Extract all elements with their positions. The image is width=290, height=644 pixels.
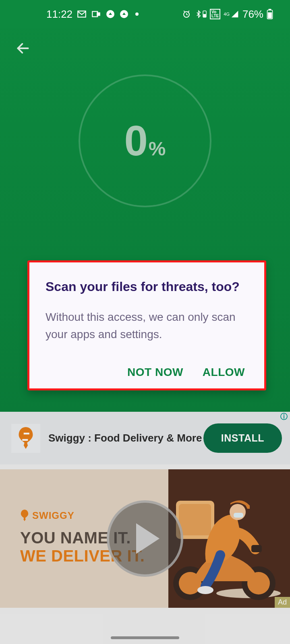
progress-circle: 0 % [79,74,211,207]
gmail-icon [77,9,87,19]
ad-video-banner[interactable]: SWIGGY YOU NAME IT. WE DELIVER IT. Ad [0,469,290,608]
notif-icon-2 [119,9,129,19]
progress-unit: % [149,138,166,160]
ad-info-icon[interactable]: ⓘ [280,412,288,421]
svg-point-28 [197,586,213,594]
back-button[interactable] [13,38,33,58]
bluetooth-icon [195,9,207,19]
dialog-body: Without this access, we can only scan yo… [46,308,248,343]
nav-handle[interactable] [111,636,179,639]
svg-rect-3 [97,12,100,16]
status-bar: 11:22 VoLTE 4G 76% [0,0,290,28]
arrow-left-icon [15,41,31,56]
svg-rect-16 [24,433,29,434]
dialog-actions: NOT NOW ALLOW [46,366,248,379]
more-notif-dot [135,12,139,16]
battery-icon [267,9,273,19]
svg-rect-12 [203,14,206,17]
video-play-button[interactable] [107,500,183,577]
not-now-button[interactable]: NOT NOW [127,366,183,379]
scan-progress-ring: 0 % [79,74,211,207]
outlook-icon [91,9,102,19]
svg-rect-24 [179,504,211,535]
svg-line-10 [188,11,189,12]
notif-icon-1 [106,9,115,19]
status-left: 11:22 [46,8,139,21]
svg-rect-27 [251,545,262,552]
status-right: VoLTE 4G 76% [182,8,273,21]
ad-install-strip[interactable]: Swiggy : Food Delivery & More INSTALL [0,412,290,464]
allow-button[interactable]: ALLOW [203,366,245,379]
ad-app-title: Swiggy : Food Delivery & More [48,431,203,445]
ad-badge: Ad [275,597,290,608]
svg-rect-26 [234,513,243,518]
status-time: 11:22 [46,8,72,21]
ad-app-icon [11,424,40,453]
play-icon [136,523,160,554]
svg-line-8 [186,14,188,15]
swiggy-logo-icon [17,427,35,450]
file-scan-permission-dialog: Scan your files for threats, too? Withou… [27,260,266,390]
progress-label: 0 % [124,117,166,165]
install-button[interactable]: INSTALL [203,423,282,453]
battery-pct: 76% [242,8,263,21]
svg-rect-17 [22,439,28,440]
svg-line-9 [184,11,185,12]
progress-value: 0 [124,117,147,165]
signal-icon: 4G [224,10,239,18]
dialog-title: Scan your files for threats, too? [46,279,248,295]
swiggy-mark-icon [20,510,29,522]
alarm-icon [182,9,191,19]
banner-brand-text: SWIGGY [32,510,75,521]
svg-rect-15 [268,12,272,19]
volte-icon: VoLTE [210,9,220,19]
